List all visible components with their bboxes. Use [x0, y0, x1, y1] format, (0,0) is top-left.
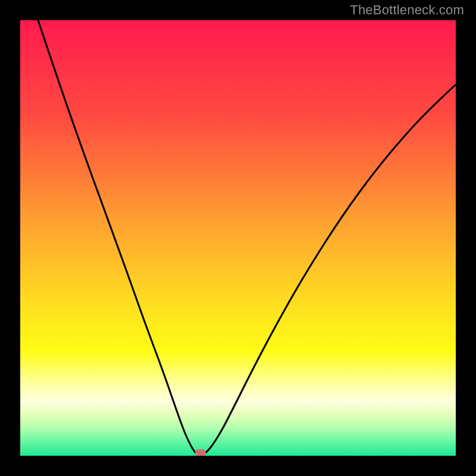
optimal-marker — [195, 449, 206, 456]
watermark-text: TheBottleneck.com — [350, 2, 464, 18]
curve-layer — [20, 20, 456, 456]
plot-area — [20, 20, 456, 456]
bottleneck-curve — [38, 20, 456, 455]
chart-frame: TheBottleneck.com — [0, 0, 476, 476]
